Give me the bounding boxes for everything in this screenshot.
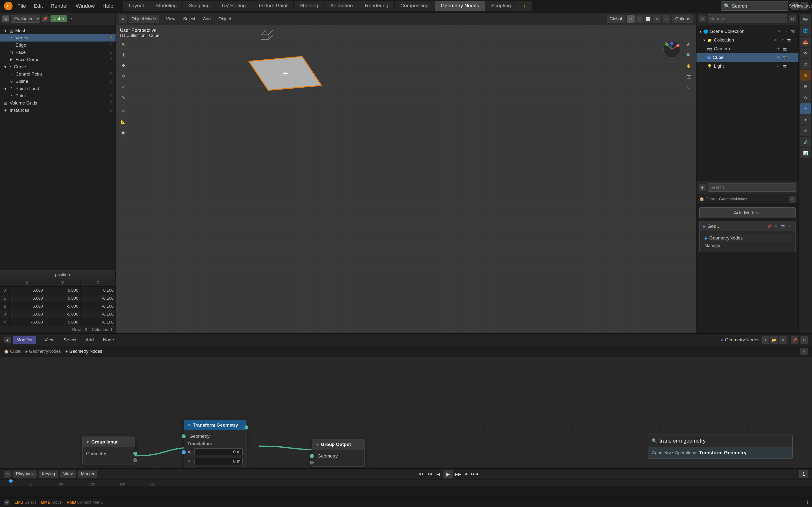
material-btn[interactable]: ⬜	[644, 15, 652, 23]
cube-eye-icon[interactable]: 👁	[775, 55, 781, 60]
prop-modifier-icon[interactable]: ⚙	[800, 103, 811, 114]
tree-item-spline[interactable]: ∿ Spline 0	[0, 78, 115, 85]
search-overlay-input[interactable]	[660, 438, 789, 444]
view-btn[interactable]: View	[163, 15, 179, 23]
scale-tool[interactable]: ⤢	[118, 82, 128, 92]
tree-item-point-cloud[interactable]: ▾ ⋮ Point Cloud	[0, 85, 115, 92]
tg-tx-socket[interactable]	[182, 450, 186, 454]
tree-item-vertex[interactable]: • Vertex 8	[0, 34, 115, 42]
tl-prev-btn[interactable]: ⏭	[426, 470, 434, 478]
tree-item-point[interactable]: • Point 0	[0, 92, 115, 100]
prop-constraints-icon[interactable]: 🔗	[800, 137, 811, 147]
mod-close-icon[interactable]: ✕	[786, 223, 793, 229]
tree-item-edge[interactable]: ⌐ Edge 12	[0, 42, 115, 49]
go-empty-input-socket[interactable]	[310, 461, 314, 464]
light-render-icon[interactable]: 📷	[782, 63, 788, 69]
manage-link[interactable]: Manage	[703, 242, 793, 249]
spreadsheet-icon[interactable]: ≡	[2, 15, 9, 22]
go-geo-input-socket[interactable]	[310, 454, 314, 458]
tl-play-btn[interactable]: ▶	[444, 470, 453, 478]
menu-render[interactable]: Render	[48, 1, 71, 11]
tab-animation[interactable]: Animation	[324, 1, 359, 11]
prop-data-icon[interactable]: 📊	[800, 148, 811, 158]
tree-item-volume-grids[interactable]: ▦ Volume Grids 0	[0, 100, 115, 107]
rendered-btn[interactable]: ○	[653, 15, 661, 23]
pin-icon[interactable]: 📌	[42, 15, 49, 22]
tab-layout[interactable]: Layout	[123, 1, 150, 11]
scene-collection-header[interactable]: ▾ 🌐 Scene Collection 👁 ↗ 📷	[697, 27, 799, 36]
tg-geo-input-socket[interactable]	[182, 434, 186, 438]
tl-next-btn[interactable]: ⏭	[463, 470, 470, 478]
ne-node-btn[interactable]: Node	[100, 336, 117, 344]
nb-home-icon[interactable]: 🏠	[4, 349, 9, 354]
ne-mode-icon[interactable]: ◈	[4, 337, 11, 343]
prop-particles-icon[interactable]: ✦	[800, 114, 811, 125]
ne-modifier-btn[interactable]: Modifier	[13, 336, 36, 344]
add-btn[interactable]: Add	[200, 15, 214, 23]
ne-pin-btn[interactable]: 📌	[791, 336, 799, 344]
tree-item-instances[interactable]: ✦ Instances 0	[0, 107, 115, 114]
rotate-tool[interactable]: ↺	[118, 71, 128, 81]
ne-browse-btn[interactable]: 📂	[770, 336, 778, 344]
prop-output-icon[interactable]: 📤	[800, 37, 811, 47]
solid-btn[interactable]: ⬛	[636, 15, 643, 23]
ne-unlink-btn[interactable]: ✕	[779, 336, 786, 344]
coll-eye-icon[interactable]: 👁	[772, 37, 778, 43]
prop-scene-icon[interactable]: 📷	[800, 14, 811, 25]
tab-geometry-nodes[interactable]: Geometry Nodes	[435, 1, 485, 11]
menu-file[interactable]: File	[14, 1, 29, 11]
prop-view-icon[interactable]: 👁	[800, 48, 811, 58]
group-input-node[interactable]: ▼ Group Input Geometry	[82, 437, 135, 464]
tree-item-curve[interactable]: ▾ ~ Curve	[0, 63, 115, 70]
light-item[interactable]: 💡 Light 👁 📷	[697, 62, 799, 70]
add-cube-tool[interactable]: ▣	[118, 127, 128, 137]
collection-item[interactable]: ▾ 📁 Collection 👁 ↗ 📷	[697, 36, 799, 44]
nb-geonodes[interactable]: GeometryNodes	[29, 349, 61, 354]
object-pin-icon[interactable]: ✕	[69, 16, 74, 22]
view-grid-btn[interactable]: ⊞	[684, 82, 694, 92]
options-btn[interactable]: Options	[672, 15, 693, 23]
menu-help[interactable]: Help	[100, 1, 116, 11]
tab-sculpting[interactable]: Sculpting	[183, 1, 215, 11]
sc-eye-icon[interactable]: 👁	[776, 29, 782, 34]
viewport-mode-icon[interactable]: ◉	[119, 15, 126, 23]
prop-material-icon[interactable]: ⊙	[800, 92, 811, 103]
cursor-tool[interactable]: ✛	[118, 50, 128, 60]
evaluated-dropdown[interactable]: Evaluated	[11, 15, 40, 23]
ne-view-btn[interactable]: View	[41, 336, 58, 344]
outliner-search-input[interactable]	[708, 14, 788, 23]
cube-render-icon[interactable]: 📷	[782, 55, 788, 60]
ne-select-btn[interactable]: Select	[60, 336, 80, 344]
tab-scripting[interactable]: Scripting	[485, 1, 517, 11]
tl-fwd-btn[interactable]: ▶▶	[454, 470, 462, 478]
coll-select-icon[interactable]: ↗	[779, 37, 785, 43]
tab-compositing[interactable]: Compositing	[395, 1, 435, 11]
cam-render-icon[interactable]: 📷	[782, 46, 788, 52]
cam-eye-icon[interactable]: 👁	[775, 46, 781, 52]
view-layer-selector[interactable]: ViewLayer	[800, 2, 808, 10]
status-icon[interactable]: ◈	[4, 500, 10, 505]
tree-item-face[interactable]: ◻ Face 6	[0, 49, 115, 56]
search-result-item[interactable]: Geometry • Operations: Transform Geometr…	[648, 447, 793, 458]
tg-tz-value[interactable]: 0 m	[194, 467, 243, 468]
cube-item[interactable]: ▣ Cube 👁 📷	[697, 53, 799, 62]
ne-new-btn[interactable]: +	[761, 336, 769, 344]
annotate-tool[interactable]: ✏	[118, 106, 128, 116]
breadcrumb-geonodes-label[interactable]: GeometryNodes	[719, 197, 748, 201]
tab-modeling[interactable]: Modeling	[150, 1, 183, 11]
tree-item-mesh[interactable]: ▾ ▤ Mesh	[0, 27, 115, 34]
global-btn[interactable]: Global	[607, 15, 625, 23]
tab-uv-editing[interactable]: UV Editing	[216, 1, 252, 11]
transform-tool[interactable]: ⤡	[118, 93, 128, 102]
tl-end-btn[interactable]: ⏭⏭	[471, 470, 479, 478]
tl-rev-btn[interactable]: ◀	[435, 470, 443, 478]
ne-tools-btn[interactable]: ⚙	[800, 336, 808, 344]
nb-gn-icon[interactable]: ◈	[24, 349, 28, 354]
breadcrumb-cube-label[interactable]: Cube	[706, 197, 715, 201]
tg-tx-value[interactable]: 0 m	[194, 448, 243, 456]
prop-scene2-icon[interactable]: 🎬	[800, 59, 811, 69]
mod-eye-icon[interactable]: 👁	[773, 223, 779, 229]
tab-shading[interactable]: Shading	[294, 1, 324, 11]
object-btn[interactable]: Object	[215, 15, 234, 23]
mod-pin-icon[interactable]: 📌	[766, 223, 772, 229]
